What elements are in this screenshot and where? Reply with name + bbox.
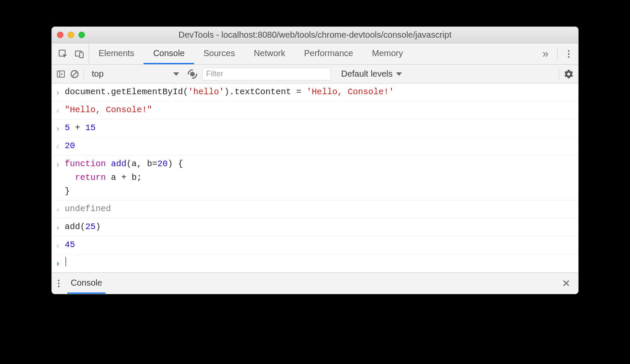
clear-console-icon[interactable] [70, 69, 79, 79]
input-marker-icon [55, 157, 65, 171]
devtools-window: DevTools - localhost:8080/web/tools/chro… [51, 27, 579, 294]
drawer-tab-label: Console [71, 278, 102, 288]
close-drawer-button[interactable]: ✕ [558, 276, 574, 291]
tab-console[interactable]: Console [144, 43, 194, 64]
titlebar: DevTools - localhost:8080/web/tools/chro… [52, 27, 578, 43]
drawer: Console ✕ [52, 272, 578, 294]
console-toolbar: top Default levels [52, 65, 578, 84]
console-settings-icon[interactable] [564, 69, 574, 79]
inspect-element-icon[interactable] [58, 49, 68, 59]
main-tabs-bar: ElementsConsoleSourcesNetworkPerformance… [52, 43, 578, 65]
panel-tabs: ElementsConsoleSourcesNetworkPerformance… [89, 43, 412, 64]
drawer-tab-console[interactable]: Console [67, 273, 105, 294]
input-marker-icon [55, 220, 65, 234]
toggle-sidebar-icon[interactable] [56, 69, 66, 79]
prompt-input[interactable] [65, 256, 66, 270]
code-content: 20 [65, 139, 75, 153]
levels-label: Default levels [341, 69, 393, 79]
tab-performance[interactable]: Performance [295, 43, 363, 64]
tab-memory[interactable]: Memory [363, 43, 412, 64]
separator [559, 69, 559, 79]
console-input-row: 5 + 15 [52, 119, 578, 137]
drawer-more-button[interactable] [56, 278, 61, 289]
code-content: undefined [65, 202, 111, 216]
minimize-window-button[interactable] [68, 32, 74, 38]
device-toolbar-icon[interactable] [74, 49, 84, 59]
chevron-down-icon [173, 72, 179, 76]
separator [557, 48, 558, 60]
inspect-controls [52, 43, 89, 64]
code-content: function add(a, b=20) { return a + b; } [65, 157, 183, 198]
filter-input[interactable] [202, 68, 331, 81]
svg-rect-2 [80, 52, 83, 58]
svg-point-8 [190, 72, 195, 76]
svg-marker-5 [61, 73, 63, 75]
code-content: document.getElementById('hello').textCon… [65, 85, 394, 99]
svg-line-7 [72, 72, 77, 76]
svg-rect-3 [57, 71, 65, 77]
log-levels-selector[interactable]: Default levels [335, 69, 402, 79]
console-output[interactable]: document.getElementById('hello').textCon… [52, 84, 578, 272]
chevron-down-icon [396, 72, 402, 76]
input-marker-icon [55, 85, 65, 99]
zoom-window-button[interactable] [78, 32, 85, 38]
code-content: 45 [65, 238, 75, 252]
code-content: "Hello, Console!" [65, 103, 152, 117]
more-options-button[interactable] [566, 48, 571, 60]
code-content: add(25) [65, 220, 101, 234]
output-marker-icon [55, 139, 65, 153]
console-output-row: "Hello, Console!" [52, 101, 578, 119]
window-title: DevTools - localhost:8080/web/tools/chro… [52, 30, 578, 40]
execution-context-selector[interactable]: top [88, 69, 183, 79]
output-marker-icon [55, 103, 65, 117]
console-output-row: 45 [52, 236, 578, 254]
prompt-marker-icon [55, 256, 65, 270]
input-marker-icon [55, 121, 65, 135]
separator [84, 69, 84, 79]
console-output-row: undefined [52, 200, 578, 218]
output-marker-icon [55, 238, 65, 252]
overflow-tabs-button[interactable]: » [543, 47, 549, 60]
live-expression-icon[interactable] [187, 69, 198, 80]
console-output-row: 20 [52, 137, 578, 155]
context-label: top [92, 69, 104, 79]
console-input-row: function add(a, b=20) { return a + b; } [52, 155, 578, 200]
console-prompt-row[interactable] [52, 254, 578, 272]
output-marker-icon [55, 202, 65, 216]
console-input-row: document.getElementById('hello').textCon… [52, 84, 578, 101]
tab-network[interactable]: Network [244, 43, 294, 64]
close-window-button[interactable] [57, 32, 63, 38]
tab-sources[interactable]: Sources [194, 43, 244, 64]
tab-elements[interactable]: Elements [89, 43, 144, 64]
console-input-row: add(25) [52, 218, 578, 236]
code-content: 5 + 15 [65, 121, 96, 135]
traffic-lights [57, 32, 85, 38]
